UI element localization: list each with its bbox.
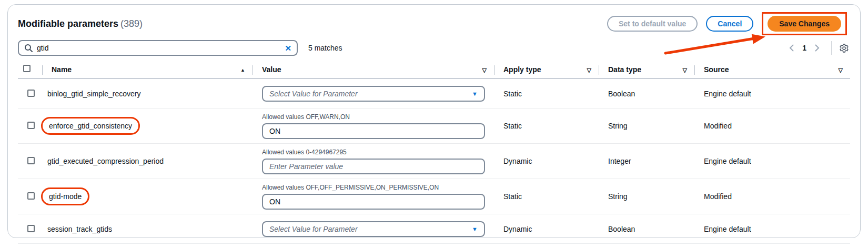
apply-type-cell: Static: [494, 90, 599, 98]
prev-page-icon[interactable]: [784, 44, 799, 52]
parameter-value-cell: Allowed values 0-4294967295: [253, 149, 494, 174]
allowed-values-label: Allowed values 0-4294967295: [262, 149, 494, 156]
column-header-source[interactable]: Source ▽: [694, 62, 850, 78]
select-all-checkbox[interactable]: [23, 65, 31, 72]
row-checkbox[interactable]: [27, 192, 35, 200]
parameter-name-cell: gtid-mode: [42, 192, 253, 201]
next-page-icon[interactable]: [810, 44, 825, 52]
clear-search-icon[interactable]: ✕: [285, 44, 291, 52]
row-checkbox[interactable]: [27, 122, 35, 129]
filter-icon[interactable]: ▽: [839, 66, 843, 73]
sort-ascending-icon: ▲: [240, 67, 245, 73]
settings-gear-icon[interactable]: [839, 43, 849, 53]
parameter-name: enforce_gtid_consistency: [49, 122, 132, 130]
search-input[interactable]: [37, 44, 285, 52]
value-input[interactable]: [262, 159, 485, 174]
filter-icon[interactable]: ▽: [683, 66, 687, 73]
set-to-default-button[interactable]: Set to default value: [607, 16, 698, 32]
column-label: Data type: [608, 65, 641, 74]
table-row: gtid-mode Allowed values OFF,OFF_PERMISS…: [18, 179, 850, 214]
header-checkbox-cell: [18, 61, 42, 78]
data-type-cell: Integer: [599, 157, 694, 165]
pagination: 1: [784, 41, 849, 55]
parameters-table: Name ▲ Value ▽ Apply type ▽ Data type ▽ …: [18, 61, 850, 244]
source-cell: Modified: [694, 192, 850, 201]
parameter-value-cell: Allowed values OFF,WARN,ON: [253, 113, 494, 139]
filter-icon[interactable]: ▽: [587, 66, 591, 73]
parameter-value-cell: Allowed values OFF,OFF_PERMISSIVE,ON_PER…: [253, 184, 494, 210]
parameter-value-cell: Select Value for Parameter ▼: [253, 221, 494, 237]
parameters-page: Modifiable parameters(389) Set to defaul…: [0, 0, 868, 247]
column-header-value[interactable]: Value ▽: [253, 62, 494, 78]
parameter-name-cell: binlog_gtid_simple_recovery: [42, 90, 253, 98]
red-circle-annotation: gtid-mode: [41, 187, 89, 205]
parameter-name: binlog_gtid_simple_recovery: [47, 90, 140, 98]
apply-type-cell: Static: [494, 122, 599, 130]
save-changes-button[interactable]: Save Changes: [768, 16, 841, 32]
allowed-values-label: Allowed values OFF,OFF_PERMISSIVE,ON_PER…: [262, 184, 494, 191]
select-placeholder: Select Value for Parameter: [269, 225, 358, 233]
search-box[interactable]: ✕: [18, 40, 298, 56]
column-header-data-type[interactable]: Data type ▽: [599, 62, 694, 78]
row-checkbox[interactable]: [27, 157, 35, 164]
apply-type-cell: Dynamic: [494, 157, 599, 165]
table-row: enforce_gtid_consistency Allowed values …: [18, 108, 850, 144]
match-count-label: 5 matches: [308, 44, 342, 52]
panel-header: Modifiable parameters(389) Set to defaul…: [18, 14, 850, 33]
parameter-name: gtid-mode: [49, 192, 82, 201]
header-actions: Set to default value Cancel Save Changes: [607, 12, 847, 35]
row-checkbox-cell: [18, 153, 42, 169]
row-checkbox-cell: [18, 86, 42, 102]
save-highlight-annotation: Save Changes: [762, 12, 847, 35]
red-circle-annotation: enforce_gtid_consistency: [41, 117, 140, 135]
chevron-down-icon: ▼: [472, 226, 478, 232]
table-row: session_track_gtids Select Value for Par…: [18, 214, 850, 244]
page-title-text: Modifiable parameters: [18, 18, 118, 29]
modifiable-parameters-panel: Modifiable parameters(389) Set to defaul…: [7, 4, 861, 238]
chevron-down-icon: ▼: [472, 91, 478, 97]
parameter-name-cell: gtid_executed_compression_period: [42, 157, 253, 165]
allowed-values-label: Allowed values OFF,WARN,ON: [262, 113, 494, 121]
parameter-name: gtid_executed_compression_period: [47, 157, 164, 165]
row-checkbox[interactable]: [27, 90, 35, 97]
table-row: binlog_gtid_simple_recovery Select Value…: [18, 79, 850, 108]
data-type-cell: String: [599, 122, 694, 130]
table-toolbar: ✕ 5 matches 1: [18, 40, 850, 56]
table-row: gtid_executed_compression_period Allowed…: [18, 144, 850, 179]
select-placeholder: Select Value for Parameter: [269, 90, 358, 98]
column-label: Value: [262, 65, 281, 74]
source-cell: Engine default: [694, 90, 850, 98]
apply-type-cell: Dynamic: [494, 225, 599, 233]
column-header-apply-type[interactable]: Apply type ▽: [494, 62, 599, 78]
value-select[interactable]: Select Value for Parameter ▼: [262, 221, 485, 237]
source-cell: Engine default: [694, 225, 850, 233]
value-input[interactable]: [262, 194, 485, 210]
parameter-name-cell: session_track_gtids: [42, 225, 253, 233]
data-type-cell: String: [599, 192, 694, 201]
parameter-value-cell: Select Value for Parameter ▼: [253, 86, 494, 102]
data-type-cell: Boolean: [599, 90, 694, 98]
value-select[interactable]: Select Value for Parameter ▼: [262, 86, 485, 102]
apply-type-cell: Static: [494, 192, 599, 201]
parameter-name-cell: enforce_gtid_consistency: [42, 122, 253, 130]
cancel-button[interactable]: Cancel: [706, 16, 753, 32]
parameter-name: session_track_gtids: [47, 225, 112, 233]
parameter-count: (389): [120, 18, 143, 29]
column-header-name[interactable]: Name ▲: [42, 62, 253, 78]
column-label: Source: [704, 65, 729, 74]
toolbar-divider: [831, 41, 832, 55]
column-label: Name: [52, 65, 72, 74]
row-checkbox-cell: [18, 221, 42, 237]
row-checkbox-cell: [18, 118, 42, 134]
current-page-number[interactable]: 1: [799, 44, 810, 52]
column-label: Apply type: [503, 65, 541, 74]
row-checkbox-cell: [18, 189, 42, 204]
value-input[interactable]: [262, 123, 485, 139]
page-title: Modifiable parameters(389): [18, 18, 143, 29]
data-type-cell: Boolean: [599, 225, 694, 233]
row-checkbox[interactable]: [27, 225, 35, 232]
filter-icon[interactable]: ▽: [482, 66, 487, 73]
search-icon: [24, 44, 33, 52]
source-cell: Engine default: [694, 157, 850, 165]
table-header-row: Name ▲ Value ▽ Apply type ▽ Data type ▽ …: [18, 61, 850, 79]
